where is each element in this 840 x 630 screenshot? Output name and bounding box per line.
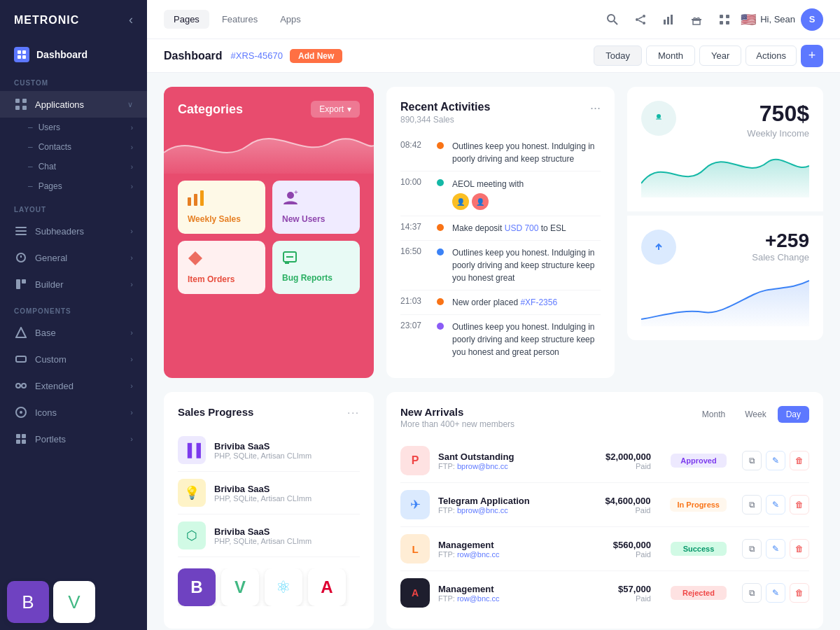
sidebar-item-icons[interactable]: Icons › (0, 399, 147, 426)
new-users-card[interactable]: + New Users (272, 181, 360, 234)
applications-label: Applications (35, 99, 120, 110)
edit-button-3[interactable]: ✎ (766, 583, 785, 603)
sidebar-item-chat[interactable]: – Chat › (0, 157, 147, 176)
sidebar-item-base[interactable]: Base › (0, 319, 147, 346)
svg-rect-39 (720, 21, 723, 24)
bottom-widgets-row: Sales Progress ··· ▐▐ Briviba SaaS PHP, … (164, 392, 823, 629)
weekly-income-value: 750$ (747, 101, 809, 127)
edit-button-1[interactable]: ✎ (766, 495, 785, 514)
search-icon-button[interactable] (601, 8, 624, 31)
top-navigation: Pages Features Apps 🇺🇸 Hi, Sean S (147, 0, 840, 39)
user-menu[interactable]: Hi, Sean S (760, 8, 823, 31)
flag-icon[interactable]: 🇺🇸 (741, 12, 756, 27)
copy-button-1[interactable]: ⧉ (742, 495, 762, 514)
share-icon-button[interactable] (629, 8, 652, 31)
delete-button-3[interactable]: 🗑 (790, 583, 809, 603)
delete-button-0[interactable]: 🗑 (790, 451, 809, 470)
tab-day[interactable]: Day (778, 406, 809, 423)
svg-rect-22 (22, 434, 26, 438)
actions-button[interactable]: Actions (746, 46, 797, 66)
general-icon (14, 251, 28, 265)
builder-icon (14, 277, 28, 291)
framework-v[interactable]: V (221, 568, 259, 606)
activities-menu-icon[interactable]: ··· (590, 101, 601, 115)
svg-rect-42 (194, 194, 197, 206)
tab-week[interactable]: Week (736, 406, 774, 423)
arrival-actions-3: ⧉ ✎ 🗑 (742, 583, 809, 603)
item-orders-card[interactable]: Item Orders (178, 241, 265, 294)
arrival-logo-2: L (400, 534, 430, 564)
framework-react[interactable]: ⚛ (265, 568, 302, 606)
brand-name: METRONIC (14, 14, 79, 27)
svg-rect-37 (720, 15, 723, 18)
sidebar-item-general[interactable]: General › (0, 244, 147, 271)
bug-reports-card[interactable]: Bug Reports (272, 241, 360, 294)
add-new-button[interactable]: Add New (290, 49, 342, 63)
grid-icon-button[interactable] (713, 8, 736, 31)
chart-icon-button[interactable] (657, 8, 680, 31)
sidebar-item-builder[interactable]: Builder › (0, 271, 147, 298)
progress-item-0: ▐▐ Briviba SaaS PHP, SQLite, Artisan CLI… (178, 429, 360, 472)
svg-rect-38 (726, 15, 729, 18)
user-avatar[interactable]: S (801, 8, 823, 31)
sidebar-item-pages[interactable]: – Pages › (0, 176, 147, 196)
sidebar-toggle-button[interactable]: ‹ (129, 13, 133, 27)
export-button[interactable]: Export ▾ (311, 101, 360, 118)
copy-button-0[interactable]: ⧉ (742, 451, 762, 470)
custom-label: Custom (35, 354, 123, 365)
copy-button-2[interactable]: ⧉ (742, 539, 762, 559)
edit-button-2[interactable]: ✎ (766, 539, 785, 559)
framework-angular[interactable]: A (308, 568, 346, 606)
sidebar-item-portlets[interactable]: Portlets › (0, 426, 147, 452)
sidebar-dashboard-item[interactable]: Dashboard (0, 40, 147, 69)
framework-vue[interactable]: V (53, 581, 95, 623)
nav-item-features[interactable]: Features (212, 10, 267, 29)
svg-rect-4 (15, 99, 20, 103)
sidebar-item-applications[interactable]: Applications ∨ (0, 91, 147, 118)
activity-item-2103: 21:03 New order placed #XF-2356 (400, 290, 601, 315)
nav-item-apps[interactable]: Apps (270, 10, 311, 29)
year-button[interactable]: Year (699, 46, 741, 66)
framework-b[interactable]: B (178, 568, 216, 606)
sidebar-section-layout: LAYOUT (0, 196, 147, 218)
applications-chevron: ∨ (127, 100, 133, 109)
icons-chevron: › (130, 408, 133, 416)
sidebar-item-extended[interactable]: Extended › (0, 372, 147, 399)
svg-point-20 (20, 411, 22, 414)
framework-bootstrap[interactable]: B (7, 581, 49, 623)
month-button[interactable]: Month (646, 46, 695, 66)
base-icon (14, 326, 28, 340)
sidebar-item-users[interactable]: – Users › (0, 118, 147, 137)
svg-rect-7 (22, 106, 27, 110)
wave-chart (164, 125, 374, 174)
copy-button-3[interactable]: ⧉ (742, 583, 762, 603)
sidebar-item-subheaders[interactable]: Subheaders › (0, 218, 147, 244)
edit-button-0[interactable]: ✎ (766, 451, 785, 470)
arrival-actions-1: ⧉ ✎ 🗑 (742, 495, 809, 514)
progress-logo-1: 💡 (178, 479, 206, 507)
arrival-actions-0: ⧉ ✎ 🗑 (742, 451, 809, 470)
nav-item-pages[interactable]: Pages (164, 10, 209, 29)
add-icon-button[interactable]: + (801, 45, 823, 67)
weekly-sales-card[interactable]: Weekly Sales (178, 181, 265, 234)
today-button[interactable]: Today (594, 46, 642, 66)
delete-button-1[interactable]: 🗑 (790, 495, 809, 514)
builder-label: Builder (35, 279, 123, 290)
activity-dot (437, 248, 444, 255)
svg-line-26 (614, 21, 617, 24)
base-label: Base (35, 328, 123, 338)
tab-month[interactable]: Month (694, 406, 734, 423)
gift-icon-button[interactable] (685, 8, 708, 31)
recent-activities-card: Recent Activities 890,344 Sales ··· 08:4… (386, 87, 615, 378)
sales-progress-title: Sales Progress (178, 406, 253, 418)
sidebar-item-contacts[interactable]: – Contacts › (0, 137, 147, 157)
sidebar-item-custom[interactable]: Custom › (0, 346, 147, 372)
sales-change-card: +259 Sales Change (627, 216, 823, 340)
svg-rect-0 (18, 50, 21, 54)
svg-rect-1 (22, 50, 26, 54)
top-nav-links: Pages Features Apps (164, 10, 311, 29)
delete-button-2[interactable]: 🗑 (790, 539, 809, 559)
arrival-logo-0: P (400, 446, 430, 475)
sales-progress-menu[interactable]: ··· (347, 407, 360, 418)
chat-label: Chat (38, 162, 56, 172)
